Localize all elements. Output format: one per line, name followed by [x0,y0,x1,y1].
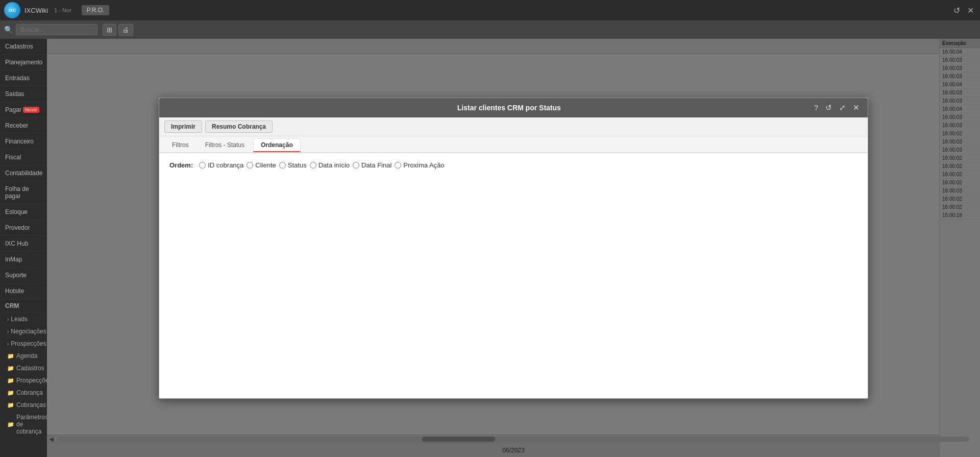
radio-data-inicio-input[interactable] [310,162,316,169]
cadastros-sub-folder-icon: 📁 [7,365,14,372]
modal-overlay: Listar clientes CRM por Status ? ↺ ⤢ ✕ I… [47,39,980,457]
radio-data-final-input[interactable] [353,162,359,169]
sidebar-item-estoque[interactable]: Estoque [0,204,47,220]
sidebar-item-cobranças[interactable]: 📁 Cobranças [0,399,47,411]
logo: IXC [4,2,20,18]
radio-proxima-acao-input[interactable] [395,162,401,169]
refresh-icon[interactable]: ↺ [823,102,834,113]
prospeccoes-arrow-icon: › [7,341,9,347]
sidebar-item-inmap[interactable]: InMap [0,252,47,268]
sidebar-item-cadastros-sub[interactable]: 📁 Cadastros [0,362,47,374]
sidebar-item-negociacoes[interactable]: › Negociações [0,325,47,338]
grid-view-button[interactable]: ⊞ [103,24,116,36]
modal-tabs: Filtros Filtros - Status Ordenação [159,136,868,153]
search-icon: 🔍 [4,26,13,34]
modal-toolbar: Imprimir Resumo Cobrança [159,117,868,136]
agenda-folder-icon: 📁 [7,353,14,359]
modal-title: Listar clientes CRM por Status [206,104,812,112]
order-label: Ordem: [169,161,193,169]
sidebar-item-prospeccoes-sub[interactable]: 📁 Prospecções [0,374,47,387]
novo-badge: Novo! [23,107,39,113]
imprimir-button[interactable]: Imprimir [164,121,202,133]
sidebar-item-leads[interactable]: › Leads [0,313,47,325]
app-subtitle: 1 - Nor [54,7,71,13]
top-bar-controls: ↺ ✕ [951,4,976,17]
sidebar: Cadastros Planejamento Entradas Saídas P… [0,39,47,457]
modal-header: Listar clientes CRM por Status ? ↺ ⤢ ✕ [159,98,868,117]
radio-data-final[interactable]: Data Final [353,161,391,169]
sidebar-item-suporte[interactable]: Suporte [0,268,47,283]
sidebar-item-prospeccoes[interactable]: › Prospecções [0,338,47,350]
close-top-icon[interactable]: ✕ [965,4,976,17]
tab-filtros-status[interactable]: Filtros - Status [198,138,252,152]
sidebar-item-saidas[interactable]: Saídas [0,86,47,102]
radio-proxima-acao[interactable]: Proxima Ação [395,161,444,169]
undo-icon[interactable]: ↺ [951,4,962,17]
modal: Listar clientes CRM por Status ? ↺ ⤢ ✕ I… [159,98,868,399]
sidebar-item-planejamento[interactable]: Planejamento [0,55,47,70]
print-button[interactable]: 🖨 [118,24,133,36]
radio-data-inicio[interactable]: Data início [310,161,350,169]
resumo-cobranca-button[interactable]: Resumo Cobrança [205,121,273,133]
sidebar-item-contabilidade[interactable]: Contabilidade [0,165,47,181]
app-title: IXCWiki [24,7,48,14]
radio-cliente-input[interactable] [247,162,253,169]
negociacoes-arrow-icon: › [7,329,9,334]
order-row: Ordem: ID cobrança Cliente Status [169,161,857,169]
cobranças-folder-icon: 📁 [7,402,14,408]
expand-icon[interactable]: ⤢ [837,102,848,113]
sidebar-item-fiscal[interactable]: Fiscal [0,150,47,165]
sidebar-item-financeiro[interactable]: Financeiro [0,134,47,150]
modal-content: Ordem: ID cobrança Cliente Status [159,153,868,398]
sidebar-item-provedor[interactable]: Provedor [0,220,47,236]
sidebar-item-ixc-hub[interactable]: IXC Hub [0,236,47,252]
cobranca-folder-icon: 📁 [7,390,14,396]
radio-status[interactable]: Status [279,161,307,169]
prospeccoes-sub-folder-icon: 📁 [7,377,14,384]
search-input[interactable] [16,24,97,35]
content-area: Execução 16:00:04 16:00:03 16:00:03 16:0… [47,39,980,457]
tab-ordenacao[interactable]: Ordenação [253,138,301,152]
parametros-folder-icon: 📁 [7,421,14,428]
leads-arrow-icon: › [7,317,9,322]
radio-id-cobranca[interactable]: ID cobrança [199,161,243,169]
sidebar-item-entradas[interactable]: Entradas [0,70,47,86]
sidebar-item-pagar[interactable]: Pagar Novo! [0,102,47,118]
close-modal-icon[interactable]: ✕ [851,102,862,113]
sidebar-item-folha-pagar[interactable]: Folha de pagar [0,181,47,204]
modal-header-icons: ? ↺ ⤢ ✕ [812,102,862,113]
tab-indicator[interactable]: P.R.O. [82,5,109,15]
radio-id-cobranca-input[interactable] [199,162,206,169]
help-icon[interactable]: ? [812,102,820,113]
main-layout: Cadastros Planejamento Entradas Saídas P… [0,39,980,457]
sidebar-item-cadastros[interactable]: Cadastros [0,39,47,55]
tab-filtros[interactable]: Filtros [164,138,197,152]
sidebar-item-crm[interactable]: CRM [0,299,47,313]
radio-status-input[interactable] [279,162,286,169]
top-bar: IXC IXCWiki 1 - Nor P.R.O. ↺ ✕ [0,0,980,20]
sidebar-item-hotsite[interactable]: Hotsite [0,283,47,299]
radio-cliente[interactable]: Cliente [247,161,276,169]
sidebar-item-agenda[interactable]: 📁 Agenda [0,350,47,362]
sidebar-item-parametros[interactable]: 📁 Parâmetros de cobrança [0,411,47,438]
sidebar-item-receber[interactable]: Receber [0,118,47,134]
toolbar-icons: ⊞ 🖨 [103,24,133,36]
sidebar-item-cobranca[interactable]: 📁 Cobrança [0,387,47,399]
search-bar: 🔍 ⊞ 🖨 [0,20,980,39]
